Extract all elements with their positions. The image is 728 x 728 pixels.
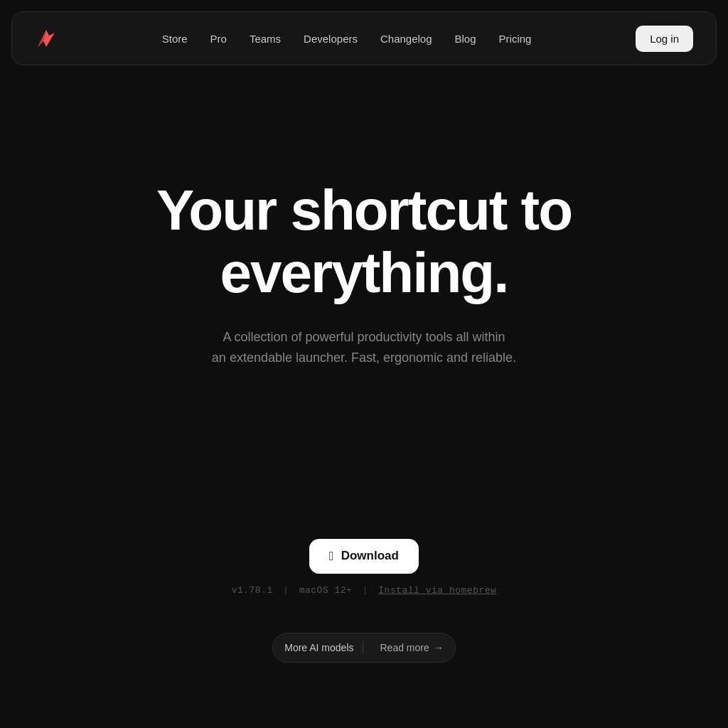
- apple-icon: : [329, 549, 334, 564]
- hero-section: Your shortcut to everything. A collectio…: [0, 179, 728, 368]
- nav-item-blog[interactable]: Blog: [446, 27, 485, 50]
- hero-title-line2: everything.: [220, 241, 508, 304]
- logo[interactable]: [35, 27, 58, 50]
- nav-item-changelog[interactable]: Changelog: [372, 27, 441, 50]
- nav-item-developers[interactable]: Developers: [295, 27, 366, 50]
- nav-item-pro[interactable]: Pro: [202, 27, 235, 50]
- hero-title: Your shortcut to everything.: [156, 179, 572, 304]
- download-button[interactable]:  Download: [309, 539, 419, 574]
- ai-banner-read-more[interactable]: Read more →: [372, 639, 452, 656]
- ai-banner-divider: [363, 641, 363, 654]
- nav-links: Store Pro Teams Developers Changelog Blo…: [154, 27, 540, 50]
- login-button[interactable]: Log in: [636, 26, 693, 52]
- separator2: |: [363, 585, 375, 596]
- hero-subtitle-line2: an extendable launcher. Fast, ergonomic …: [212, 350, 516, 365]
- navbar: Store Pro Teams Developers Changelog Blo…: [11, 11, 717, 65]
- ai-banner: More AI models Read more →: [272, 633, 456, 663]
- separator1: |: [283, 585, 295, 596]
- nav-item-pricing[interactable]: Pricing: [491, 27, 540, 50]
- download-section:  Download v1.78.1 | macOS 12+ | Install…: [0, 539, 728, 663]
- version-info: v1.78.1 | macOS 12+ | Install via homebr…: [232, 585, 497, 596]
- nav-item-store[interactable]: Store: [154, 27, 196, 50]
- hero-title-line1: Your shortcut to: [156, 178, 572, 242]
- read-more-text: Read more: [380, 642, 429, 653]
- version-number: v1.78.1: [232, 585, 273, 596]
- hero-subtitle: A collection of powerful productivity to…: [212, 327, 516, 368]
- logo-icon: [35, 27, 58, 50]
- ai-banner-label: More AI models: [284, 642, 353, 653]
- download-button-label: Download: [341, 549, 399, 563]
- homebrew-link[interactable]: Install via homebrew: [378, 585, 496, 596]
- hero-subtitle-line1: A collection of powerful productivity to…: [223, 330, 505, 344]
- nav-item-teams[interactable]: Teams: [241, 27, 289, 50]
- os-requirement: macOS 12+: [299, 585, 353, 596]
- arrow-right-icon: →: [434, 642, 444, 653]
